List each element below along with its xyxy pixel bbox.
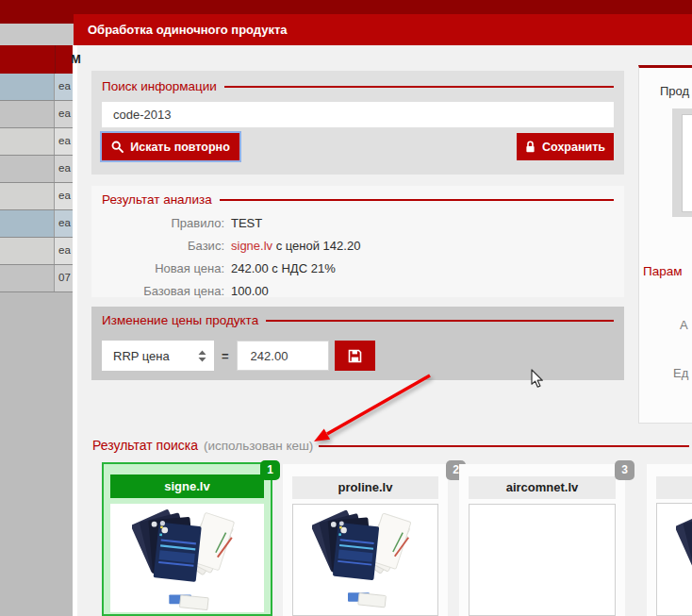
save-price-button[interactable] <box>335 341 375 371</box>
modal-title: Обработка одиночного продукта <box>88 23 288 37</box>
section-rule <box>266 320 614 322</box>
search-again-label: Искать повторно <box>130 141 230 154</box>
table-cell: ea <box>55 128 74 155</box>
price-input[interactable] <box>237 341 329 371</box>
result-product-image <box>656 503 692 616</box>
analysis-row-new-price: Новая цена: 242.00 с НДС 21% <box>102 258 614 280</box>
row-value: 242.00 с НДС 21% <box>231 258 336 280</box>
search-input[interactable] <box>102 102 614 127</box>
result-card-signe[interactable]: 1 signe.lv <box>102 462 272 616</box>
parameters-section-title: Парам <box>643 264 683 278</box>
result-site-name: signe.lv <box>110 474 264 498</box>
table-row[interactable]: 07 <box>0 265 74 292</box>
modal-title-bar: Обработка одиночного продукта <box>74 14 692 45</box>
analysis-row-base-price: Базовая цена: 100.00 <box>102 280 614 303</box>
tab-product[interactable]: Прод <box>660 84 689 98</box>
background-peek-text: М <box>71 52 81 66</box>
param-label-1: А <box>680 318 688 332</box>
section-rule <box>319 445 689 447</box>
section-rule <box>224 86 614 88</box>
analysis-section: Результат анализа Правило: TEST Базис: s… <box>91 186 624 297</box>
search-section: Поиск информации Искать повторно Сохрани… <box>91 71 624 175</box>
row-value: с ценой 142.20 <box>272 239 360 253</box>
table-row[interactable]: ea <box>0 183 74 210</box>
table-cell: 07 <box>55 265 74 291</box>
result-product-image <box>292 504 438 616</box>
product-image-placeholder <box>682 114 692 212</box>
result-site-name: proline.lv <box>292 476 438 499</box>
save-label: Сохранить <box>542 141 605 154</box>
rank-badge: 1 <box>260 460 280 480</box>
section-rule <box>220 199 614 201</box>
search-section-title: Поиск информации <box>102 79 217 93</box>
table-row[interactable]: ea <box>0 210 74 238</box>
product-side-panel: Прод Парам А Ед <box>638 65 692 424</box>
table-cell: ea <box>55 183 74 209</box>
table-row[interactable]: ea <box>0 101 74 128</box>
product-image-frame <box>672 108 692 217</box>
results-section-title: Результат поиска <box>92 438 198 453</box>
param-label-2: Ед <box>673 366 688 380</box>
price-change-section-title: Изменение цены продукта <box>102 313 258 327</box>
table-row[interactable]: ea <box>0 238 74 265</box>
search-again-button[interactable]: Искать повторно <box>102 133 239 160</box>
background-toolbar <box>0 24 74 45</box>
analysis-row-basis: Базис: signe.lv с ценой 142.20 <box>102 235 614 258</box>
basis-site-link[interactable]: signe.lv <box>231 239 272 253</box>
table-cell: ea <box>55 101 74 127</box>
price-type-value: RRP цена <box>113 349 170 363</box>
row-label: Правило: <box>102 212 224 235</box>
results-section-header: Результат поиска (использован кеш) <box>92 438 689 453</box>
result-image-placeholder <box>469 504 616 616</box>
row-label: Новая цена: <box>102 258 224 280</box>
background-table: ea ea ea ea ea ea ea 07 <box>0 74 74 292</box>
result-card-partial[interactable] <box>647 464 692 616</box>
equals-sign: = <box>222 349 229 363</box>
row-value: 100.00 <box>231 280 269 303</box>
table-cell: ea <box>55 210 74 237</box>
table-cell: ea <box>55 74 74 100</box>
cache-note: (использован кеш) <box>204 439 313 453</box>
row-label: Базовая цена: <box>102 280 224 303</box>
floppy-disk-icon <box>348 349 362 363</box>
row-value: TEST <box>231 212 262 235</box>
table-row[interactable]: ea <box>0 74 74 101</box>
table-row[interactable]: ea <box>0 128 74 156</box>
lock-icon <box>525 141 535 153</box>
price-type-select[interactable]: RRP цена <box>102 341 214 371</box>
background-table-header <box>0 45 74 74</box>
table-cell: ea <box>55 156 74 182</box>
table-cell: ea <box>55 238 74 264</box>
column-divider <box>55 45 56 74</box>
result-site-name: aircomnet.lv <box>469 476 616 499</box>
price-change-section: Изменение цены продукта RRP цена = <box>91 307 624 380</box>
select-updown-icon <box>198 350 206 362</box>
result-card-proline[interactable]: 2 proline.lv <box>283 464 448 616</box>
search-icon <box>111 141 124 153</box>
result-product-image <box>110 504 264 612</box>
table-row[interactable]: ea <box>0 156 74 183</box>
row-label: Базис: <box>102 235 224 258</box>
analysis-row-rule: Правило: TEST <box>102 212 614 235</box>
result-site-name <box>656 476 692 499</box>
result-card-aircomnet[interactable]: 3 aircomnet.lv <box>459 464 625 616</box>
modal-left-edge <box>73 45 77 616</box>
rank-badge: 3 <box>615 460 634 480</box>
analysis-section-title: Результат анализа <box>102 192 212 207</box>
save-button[interactable]: Сохранить <box>517 133 614 160</box>
